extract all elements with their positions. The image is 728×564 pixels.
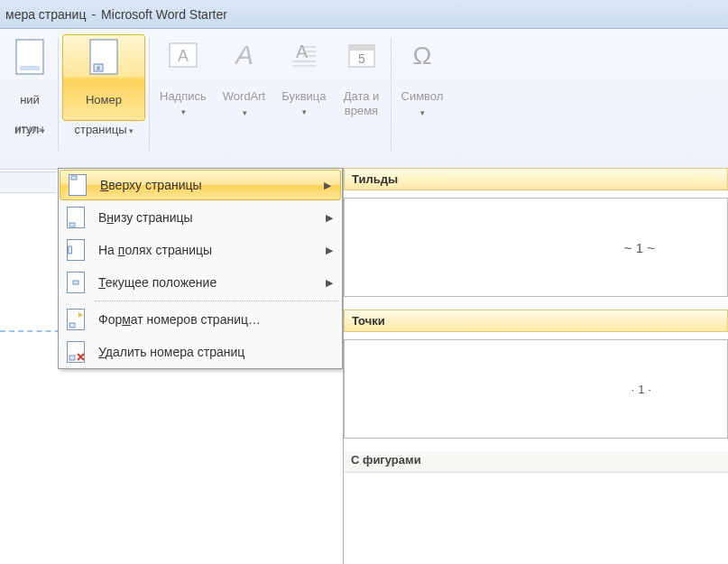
- svg-rect-15: [349, 45, 374, 51]
- menu-label: Удалить номера страниц: [98, 345, 244, 359]
- gallery-category-shapes: С фигурами: [344, 451, 728, 473]
- menu-page-margins[interactable]: На полях страницы ▶: [59, 234, 342, 266]
- gallery-sample: ·1·: [631, 383, 655, 396]
- dropcap-button[interactable]: A Буквица▾: [275, 34, 332, 121]
- group-separator: [58, 38, 59, 151]
- page-format-icon: [64, 308, 88, 331]
- svg-text:Ω: Ω: [412, 42, 431, 69]
- page-number-gallery: Тильды ~ 1 ~ Точки ·1· С фигурами: [343, 168, 728, 564]
- textbox-icon: A: [165, 39, 201, 70]
- page-top-icon: [66, 173, 89, 197]
- app-title: Microsoft Word Starter: [101, 7, 227, 22]
- wordart-icon: A: [226, 39, 263, 71]
- svg-rect-25: [73, 281, 78, 284]
- ribbon-group-page-number: # Номер страницы▾: [60, 34, 147, 169]
- page-number-icon: #: [86, 39, 122, 75]
- svg-rect-1: [20, 66, 40, 70]
- chevron-right-icon: ▶: [324, 180, 331, 191]
- gallery-item-dots-1[interactable]: ·1·: [344, 339, 728, 439]
- chevron-right-icon: ▶: [326, 277, 333, 289]
- page-icon: [12, 39, 48, 75]
- svg-rect-19: [71, 176, 77, 180]
- footer-button-partial[interactable]: ний итул▾: [5, 34, 54, 121]
- chevron-right-icon: ▶: [326, 245, 333, 256]
- svg-rect-29: [69, 356, 75, 360]
- svg-rect-21: [69, 223, 75, 227]
- menu-label: Вверху страницы: [100, 178, 202, 192]
- datetime-button[interactable]: 5 Дата ивремя: [336, 34, 387, 121]
- ribbon: ний итул▾ итулы # Номер страницы▾ A На: [0, 29, 728, 170]
- textbox-button[interactable]: A Надпись▾: [153, 34, 213, 121]
- page-remove-icon: [64, 340, 88, 364]
- document-title: мера страниц: [5, 7, 86, 22]
- page-number-button[interactable]: # Номер страницы▾: [62, 34, 145, 121]
- page-number-menu: Вверху страницы ▶ Внизу страницы ▶ На по…: [58, 168, 343, 369]
- group-separator: [391, 38, 392, 151]
- calendar-icon: 5: [344, 39, 380, 70]
- gallery-category-tildes: Тильды: [344, 168, 728, 190]
- gallery-item-tilde-1[interactable]: ~ 1 ~: [344, 198, 728, 297]
- svg-text:A: A: [233, 40, 253, 69]
- ribbon-label: WordArt▾: [223, 75, 265, 119]
- menu-remove-page-numbers[interactable]: Удалить номера страниц: [59, 336, 342, 368]
- svg-text:A: A: [178, 47, 189, 65]
- symbol-button[interactable]: Ω Символ▾: [395, 34, 450, 121]
- title-sep: -: [91, 7, 96, 22]
- menu-label: Внизу страницы: [98, 210, 193, 225]
- svg-rect-27: [69, 323, 75, 328]
- ribbon-label: Буквица▾: [281, 74, 326, 118]
- menu-label: Формат номеров страниц…: [98, 312, 261, 327]
- wordart-button[interactable]: A WordArt▾: [217, 34, 272, 121]
- ribbon-label: Надпись▾: [160, 74, 207, 118]
- menu-label: Текущее положение: [98, 275, 217, 290]
- svg-text:#: #: [97, 65, 100, 71]
- ribbon-tab-partial: [0, 171, 56, 193]
- gallery-category-dots: Точки: [344, 310, 728, 332]
- omega-icon: Ω: [404, 39, 440, 71]
- menu-top-of-page[interactable]: Вверху страницы ▶: [60, 170, 341, 200]
- page-bottom-icon: [64, 206, 88, 229]
- menu-separator: [95, 300, 338, 301]
- ribbon-label: Символ▾: [401, 75, 444, 119]
- group-label: итулы: [16, 121, 44, 137]
- menu-bottom-of-page[interactable]: Внизу страницы ▶: [59, 201, 342, 234]
- menu-current-position[interactable]: Текущее положение ▶: [59, 266, 342, 299]
- group-separator: [149, 38, 150, 151]
- menu-format-page-numbers[interactable]: Формат номеров страниц…: [59, 303, 342, 336]
- ribbon-group-headers: ний итул▾ итулы: [4, 34, 56, 169]
- gallery-sample: ~ 1 ~: [624, 240, 655, 255]
- page-current-icon: [64, 271, 88, 294]
- dropcap-icon: A: [286, 39, 322, 70]
- page-margins-icon: [64, 238, 88, 262]
- ribbon-label: Дата ивремя: [344, 74, 380, 118]
- svg-rect-23: [69, 246, 72, 254]
- title-bar: мера страниц - Microsoft Word Starter: [0, 0, 728, 29]
- svg-text:5: 5: [358, 51, 365, 66]
- menu-label: На полях страницы: [98, 243, 212, 257]
- chevron-right-icon: ▶: [326, 212, 333, 224]
